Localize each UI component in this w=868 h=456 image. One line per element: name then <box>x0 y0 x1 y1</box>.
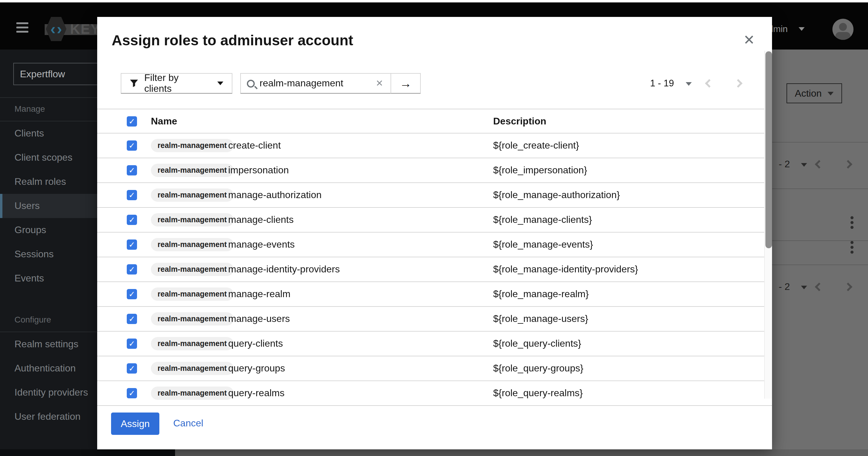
bg-pagination-caret-icon <box>801 286 807 289</box>
chevron-right-icon <box>734 79 742 88</box>
user-menu-caret-icon[interactable] <box>799 27 805 31</box>
role-name: create-client <box>228 140 281 151</box>
filter-funnel-icon <box>130 79 138 88</box>
row-checkbox[interactable]: ✓ <box>127 165 137 175</box>
bg-pagination-bottom: - 2 <box>772 277 868 298</box>
row-checkbox[interactable]: ✓ <box>127 215 137 225</box>
bg-table-divider <box>772 240 868 241</box>
clear-search-icon[interactable]: ✕ <box>375 78 384 89</box>
bg-next-page-icon <box>844 160 852 169</box>
chevron-left-icon <box>705 79 713 88</box>
table-row: ✓ realm-management query-groups ${role_q… <box>97 357 772 381</box>
action-label: Action <box>795 88 822 99</box>
next-page-button[interactable] <box>727 73 749 94</box>
role-description: ${role_manage-clients} <box>493 215 592 225</box>
keycloak-hexagon-icon: ‹ › <box>46 17 66 41</box>
row-checkbox[interactable]: ✓ <box>127 289 137 299</box>
client-badge: realm-management <box>151 387 233 400</box>
assign-roles-modal: Assign roles to adminuser account ✕ Filt… <box>97 17 772 449</box>
action-caret-icon <box>828 91 834 95</box>
bg-table-divider <box>772 189 868 189</box>
role-name: manage-identity-providers <box>228 264 340 275</box>
pagination-range: 1 - 19 <box>650 78 674 89</box>
avatar[interactable] <box>832 19 854 40</box>
table-row: ✓ realm-management impersonation ${role_… <box>97 158 772 183</box>
row-checkbox[interactable]: ✓ <box>127 388 137 398</box>
top-strip <box>0 0 868 2</box>
select-all-checkbox[interactable]: ✓ <box>127 116 137 126</box>
table-header-row: ✓ Name Description <box>97 109 772 134</box>
roles-table-body: ✓ realm-management create-client ${role_… <box>97 134 772 406</box>
bg-prev-page-icon <box>815 160 823 169</box>
client-badge: realm-management <box>151 312 233 325</box>
close-icon[interactable]: ✕ <box>741 31 757 48</box>
client-badge: realm-management <box>151 213 233 227</box>
bg-pagination-range: - 2 <box>779 159 790 170</box>
role-description: ${role_manage-users} <box>493 313 588 324</box>
action-dropdown-button: Action <box>786 83 842 103</box>
role-name: manage-events <box>228 239 295 250</box>
keycloak-admin-console: ‹ › KEYCLOAK admin Expertflow ManageClie… <box>0 0 868 456</box>
row-checkbox[interactable]: ✓ <box>127 239 137 250</box>
row-checkbox[interactable]: ✓ <box>127 140 137 151</box>
bg-table-divider <box>772 264 868 265</box>
bg-table-divider <box>772 142 868 143</box>
role-description: ${role_manage-identity-providers} <box>493 264 638 275</box>
filter-by-clients-dropdown[interactable]: Filter by clients <box>121 73 232 94</box>
logo-left-bracket: ‹ <box>51 21 56 37</box>
role-name: manage-realm <box>228 289 290 300</box>
role-description: ${role_manage-events} <box>493 239 593 250</box>
client-badge: realm-management <box>151 337 233 350</box>
role-description: ${role_manage-realm} <box>493 289 589 300</box>
role-name: query-groups <box>228 363 285 374</box>
role-name: query-realms <box>228 388 285 399</box>
client-badge: realm-management <box>151 287 233 301</box>
row-checkbox[interactable]: ✓ <box>127 264 137 275</box>
role-description: ${role_query-clients} <box>493 338 581 349</box>
role-description: ${role_manage-authorization} <box>493 190 620 201</box>
pagination-caret-icon[interactable] <box>686 82 692 86</box>
modal-scrollbar-thumb[interactable] <box>765 51 772 248</box>
role-name: manage-authorization <box>228 190 322 201</box>
role-description: ${role_query-groups} <box>493 363 583 374</box>
bg-pagination-caret-icon <box>801 163 807 167</box>
modal-scrollbar-track[interactable] <box>764 51 772 399</box>
client-badge: realm-management <box>151 164 233 177</box>
table-row: ✓ realm-management manage-users ${role_m… <box>97 307 772 332</box>
search-input[interactable] <box>259 78 375 89</box>
table-row: ✓ realm-management manage-realm ${role_m… <box>97 282 772 307</box>
realm-name: Expertflow <box>20 68 65 79</box>
client-badge: realm-management <box>151 189 233 202</box>
hamburger-menu-icon[interactable] <box>16 22 28 33</box>
table-row: ✓ realm-management manage-clients ${role… <box>97 208 772 232</box>
search-submit-button[interactable]: → <box>391 73 421 94</box>
role-description: ${role_impersonation} <box>493 165 587 176</box>
row-checkbox[interactable]: ✓ <box>127 363 137 374</box>
role-name: impersonation <box>228 165 289 176</box>
table-row: ✓ realm-management manage-authorization … <box>97 183 772 208</box>
table-row: ✓ realm-management query-clients ${role_… <box>97 332 772 357</box>
cancel-button[interactable]: Cancel <box>173 418 204 429</box>
prev-page-button[interactable] <box>699 73 720 94</box>
search-icon <box>247 79 255 87</box>
filter-label: Filter by clients <box>144 73 207 94</box>
backdrop-bottom-left <box>0 449 175 456</box>
row-checkbox[interactable]: ✓ <box>127 190 137 200</box>
backdrop-bottom-right <box>175 449 868 456</box>
table-row: ✓ realm-management create-client ${role_… <box>97 134 772 158</box>
bg-pagination-range: - 2 <box>779 281 790 292</box>
role-name: query-clients <box>228 338 283 349</box>
table-row: ✓ realm-management manage-identity-provi… <box>97 257 772 282</box>
client-badge: realm-management <box>151 238 233 251</box>
row-checkbox[interactable]: ✓ <box>127 314 137 324</box>
row-checkbox[interactable]: ✓ <box>127 339 137 349</box>
modal-title: Assign roles to adminuser account <box>112 32 353 49</box>
assign-button[interactable]: Assign <box>111 412 159 435</box>
role-name: manage-users <box>228 313 290 324</box>
bg-pagination-top: - 2 <box>772 154 868 176</box>
role-description: ${role_query-realms} <box>493 388 583 399</box>
column-header-description: Description <box>493 116 546 126</box>
bg-next-page-icon <box>844 283 852 291</box>
role-name: manage-clients <box>228 215 294 225</box>
bg-kebab-menu-icon <box>850 241 854 255</box>
